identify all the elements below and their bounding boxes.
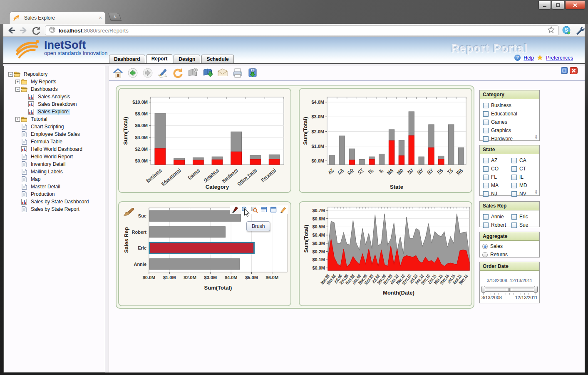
help-link[interactable]: Help [523, 55, 534, 61]
checkbox-icon[interactable] [483, 128, 489, 133]
window-minimize-button[interactable] [538, 1, 551, 10]
checkbox-icon[interactable] [483, 120, 489, 125]
month-chart-panel[interactable]: $0.0M$0.1M$0.2M$0.3M$0.4M$0.5M$0.6M$0.7M… [299, 201, 472, 306]
chart-canvas[interactable]: $0.0M$1.0M$2.0M$3.0M$4.0MAZCACOCTFLILMAM… [300, 89, 473, 194]
edit-icon[interactable] [157, 68, 169, 79]
tree-item-map[interactable]: Map [4, 175, 105, 183]
tree-item-sales-explore[interactable]: Sales Explore [4, 108, 105, 115]
category-option-games[interactable]: Games [483, 119, 507, 125]
checkbox-icon[interactable] [483, 222, 489, 228]
salesrep-chart-panel[interactable]: Brush $0.0M$1.0M$2.0M$3.0M$4.0M$5.0M$6.0… [118, 201, 291, 306]
tree-item-repository[interactable]: −Repository [4, 70, 105, 78]
checkbox-icon[interactable] [483, 191, 489, 197]
print-icon[interactable] [232, 68, 243, 79]
home-icon[interactable] [112, 68, 124, 79]
state-option-nv[interactable]: NV [511, 191, 526, 197]
open-bookmark-icon[interactable] [202, 68, 213, 79]
tree-item-mailing-labels[interactable]: Mailing Labels [4, 168, 105, 175]
window-close-button[interactable] [565, 1, 585, 10]
state-option-il[interactable]: IL [511, 174, 523, 180]
checkbox-icon[interactable] [483, 214, 489, 220]
refresh-icon[interactable] [172, 68, 184, 79]
window-maximize-button[interactable] [552, 1, 564, 10]
tree-item-production[interactable]: Production [4, 190, 105, 198]
tab-design[interactable]: Design [174, 55, 200, 63]
radio-icon[interactable] [482, 252, 488, 258]
state-option-az[interactable]: AZ [483, 158, 497, 163]
orderdate-start-handle[interactable] [481, 286, 485, 293]
category-option-graphics[interactable]: Graphics [483, 128, 511, 133]
forward-icon[interactable] [142, 68, 154, 79]
checkbox-icon[interactable] [483, 183, 489, 188]
state-option-ma[interactable]: MA [483, 182, 499, 188]
tab-report[interactable]: Report [146, 54, 173, 63]
viewer-restore-icon[interactable] [561, 67, 568, 76]
tree-item-dashboards[interactable]: −Dashboards [4, 85, 105, 93]
category-option-hardware[interactable]: Hardware [483, 136, 513, 142]
state-more-icon[interactable]: ⇩ [534, 190, 538, 195]
panel-divider[interactable] [105, 66, 109, 372]
back-icon[interactable] [6, 25, 17, 36]
salesrep-option-annie[interactable]: Annie [483, 214, 504, 220]
salesrep-option-robert[interactable]: Robert [483, 222, 506, 228]
forward-icon[interactable] [18, 25, 29, 36]
tree-item-sales-by-state-report[interactable]: Sales by State Report [4, 205, 105, 213]
email-icon[interactable] [217, 68, 228, 79]
aggregate-option-sales[interactable]: Sales [482, 243, 503, 249]
checkbox-icon[interactable] [483, 103, 489, 108]
checkbox-icon[interactable] [511, 191, 517, 197]
show-data-icon[interactable] [251, 206, 258, 213]
checkbox-icon[interactable] [511, 222, 517, 228]
tree-item-sales-breakdown[interactable]: Sales Breakdown [4, 100, 105, 108]
browser-tab[interactable]: Sales Explore × [9, 11, 106, 24]
tree-item-master-detail[interactable]: Master Detail [4, 183, 105, 190]
tree-item-tutorial[interactable]: +Tutorial [4, 115, 105, 123]
skype-icon[interactable]: S [561, 25, 572, 36]
state-option-fl[interactable]: FL [483, 174, 497, 180]
state-option-ca[interactable]: CA [511, 158, 526, 163]
state-chart-panel[interactable]: $0.0M$1.0M$2.0M$3.0M$4.0MAZCACOCTFLILMAM… [299, 88, 472, 193]
chart-canvas[interactable]: $0.0M$1.0M$2.0M$3.0M$4.0M$5.0M$6.0MSueRo… [119, 202, 292, 307]
category-chart-panel[interactable]: $0.0M$2.0M$4.0M$6.0M$8.0M$10.0MBusinessE… [118, 88, 291, 193]
state-option-nj[interactable]: NJ [483, 191, 497, 197]
add-bookmark-icon[interactable] [187, 68, 198, 79]
category-option-business[interactable]: Business [483, 102, 511, 108]
back-icon[interactable] [127, 68, 139, 79]
tree-item-sales-by-state-dashboard[interactable]: Sales by State Dashboard [4, 198, 105, 205]
tab-dashboard[interactable]: Dashboard [109, 55, 145, 63]
category-option-educational[interactable]: Educational [483, 111, 517, 117]
state-option-ct[interactable]: CT [511, 166, 526, 172]
checkbox-icon[interactable] [511, 214, 517, 220]
checkbox-icon[interactable] [511, 158, 517, 163]
checkbox-icon[interactable] [483, 111, 489, 117]
tree-item-hello-world-report[interactable]: Hello World Report [4, 153, 105, 160]
export-icon[interactable] [247, 68, 258, 79]
orderdate-slider-grip[interactable] [507, 288, 513, 291]
show-details-icon[interactable] [261, 206, 267, 213]
checkbox-icon[interactable] [511, 175, 517, 180]
salesrep-option-eric[interactable]: Eric [511, 214, 528, 220]
tree-item-my-reports[interactable]: +My Reports [4, 78, 105, 85]
tree-item-sales-analysis[interactable]: Sales Analysis [4, 93, 105, 100]
aggregate-option-returns[interactable]: Returns [482, 252, 508, 258]
chart-canvas[interactable]: $0.0M$0.1M$0.2M$0.3M$0.4M$0.5M$0.6M$0.7M… [300, 202, 473, 307]
tree-item-formula-table[interactable]: Formula Table [4, 138, 105, 145]
tree-item-chart-scripting[interactable]: Chart Scripting [4, 123, 105, 130]
radio-icon[interactable] [482, 244, 488, 249]
chart-canvas[interactable]: $0.0M$2.0M$4.0M$6.0M$8.0M$10.0MBusinessE… [119, 89, 292, 194]
checkbox-icon[interactable] [511, 183, 517, 188]
category-more-icon[interactable]: ⇩ [534, 135, 538, 140]
annotate-icon[interactable] [280, 206, 286, 213]
collapse-icon[interactable]: − [8, 72, 13, 77]
checkbox-icon[interactable] [483, 158, 489, 163]
wrench-icon[interactable] [574, 25, 585, 36]
state-option-md[interactable]: MD [511, 182, 527, 188]
checkbox-icon[interactable] [511, 166, 517, 172]
checkbox-icon[interactable] [483, 175, 489, 180]
checkbox-icon[interactable] [483, 136, 489, 142]
expand-icon[interactable]: + [15, 80, 20, 84]
expand-icon[interactable]: + [15, 117, 20, 122]
reload-icon[interactable] [31, 25, 42, 36]
tab-schedule[interactable]: Schedule [201, 55, 233, 63]
tree-item-hello-world-dashboard[interactable]: Hello World Dashboard [4, 145, 105, 153]
